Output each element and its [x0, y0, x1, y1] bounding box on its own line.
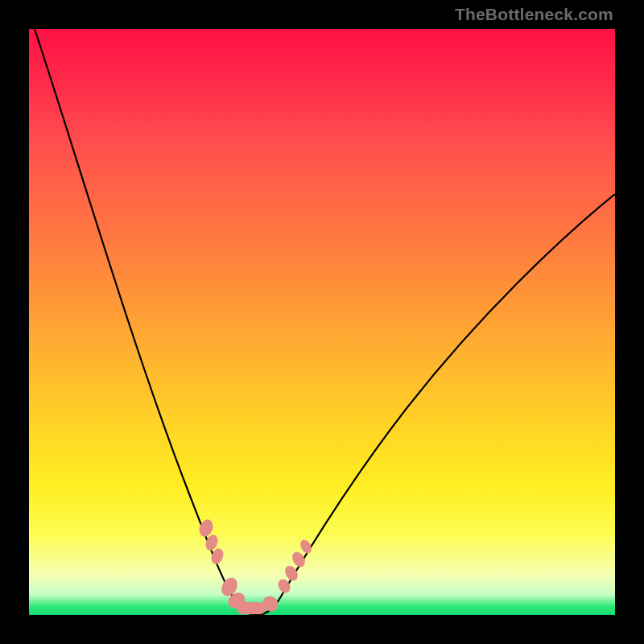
chart-plot-area [29, 29, 615, 615]
chart-frame: TheBottleneck.com [0, 0, 644, 644]
attribution-label: TheBottleneck.com [455, 5, 613, 24]
marker-cluster-floor [218, 575, 281, 614]
marker-cluster-left [196, 518, 225, 566]
svg-point-9 [290, 550, 308, 569]
bottleneck-curve [35, 29, 615, 615]
chart-svg [29, 29, 615, 615]
marker-cluster-right [275, 538, 313, 595]
svg-rect-5 [237, 602, 266, 614]
